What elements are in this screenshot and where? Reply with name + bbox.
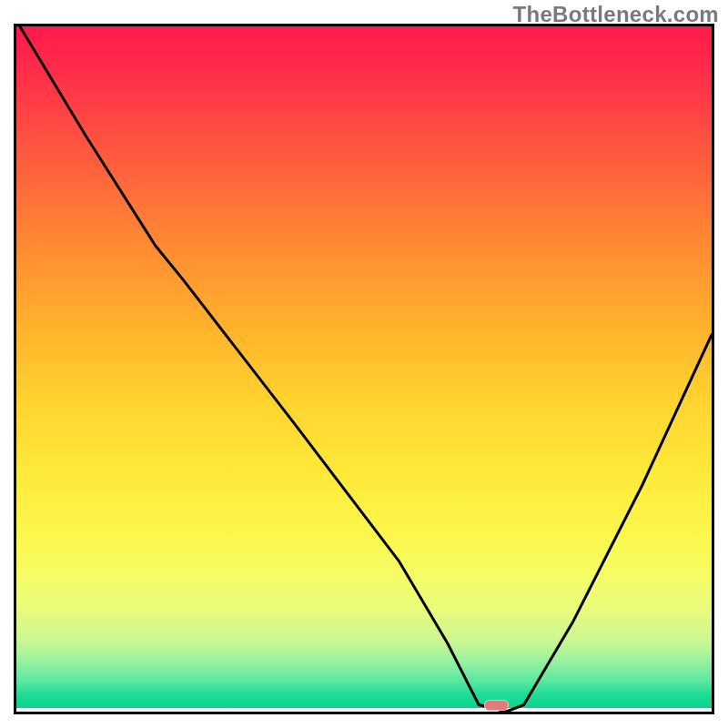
- optimal-indicator: [484, 700, 509, 711]
- plot-area: [14, 24, 714, 714]
- bottleneck-curve: [16, 26, 712, 712]
